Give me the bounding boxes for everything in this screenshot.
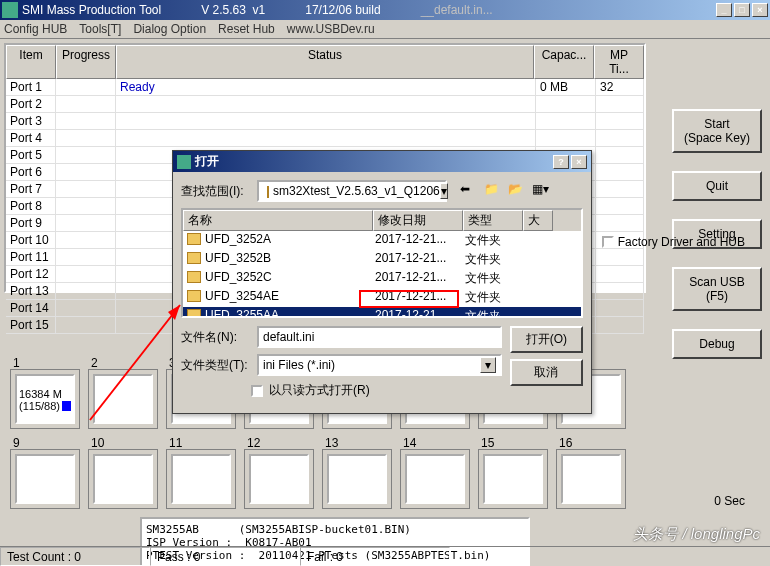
port-cell: Port 9: [6, 215, 56, 231]
slot-15[interactable]: [483, 454, 543, 504]
title-bar: SMI Mass Production Tool V 2.5.63 v1 17/…: [0, 0, 770, 20]
port-cell: Port 3: [6, 113, 56, 129]
menu-config[interactable]: Config HUB: [4, 22, 67, 36]
cancel-button[interactable]: 取消: [510, 359, 583, 386]
col-type[interactable]: 类型: [463, 210, 523, 231]
port-cell: Port 7: [6, 181, 56, 197]
slot-9[interactable]: [15, 454, 75, 504]
readonly-checkbox[interactable]: [251, 385, 263, 397]
up-folder-icon[interactable]: 📁: [483, 181, 503, 201]
file-row[interactable]: UFD_3254AE 2017-12-21... 文件夹: [183, 288, 581, 307]
filename-input[interactable]: default.ini: [257, 326, 502, 348]
port-cell: Port 5: [6, 147, 56, 163]
slot-11[interactable]: [171, 454, 231, 504]
maximize-button[interactable]: □: [734, 3, 750, 17]
status-test-count: Test Count : 0: [0, 547, 150, 566]
port-cell: Port 13: [6, 283, 56, 299]
lookin-label: 查找范围(I):: [181, 183, 251, 200]
file-list[interactable]: 名称 修改日期 类型 大 UFD_3252A 2017-12-21... 文件夹…: [181, 208, 583, 318]
port-cell: Port 10: [6, 232, 56, 248]
menu-reset[interactable]: Reset Hub: [218, 22, 275, 36]
filename-label: 文件名(N):: [181, 329, 251, 346]
port-cell: Port 6: [6, 164, 56, 180]
slot-1[interactable]: 16384 M (115/88): [15, 374, 75, 424]
filetype-label: 文件类型(T):: [181, 357, 251, 374]
close-button[interactable]: ×: [752, 3, 768, 17]
factory-checkbox[interactable]: Factory Driver and HUB: [602, 235, 745, 249]
menu-dialog[interactable]: Dialog Option: [133, 22, 206, 36]
status-bar: Test Count : 0 Pass : 0 Fail : 0: [0, 546, 770, 566]
dialog-close-button[interactable]: ×: [571, 155, 587, 169]
chevron-down-icon[interactable]: ▾: [440, 183, 448, 199]
timer-label: 0 Sec: [714, 494, 745, 508]
debug-button[interactable]: Debug: [672, 329, 762, 359]
port-cell: Port 14: [6, 300, 56, 316]
col-mpti[interactable]: MP Ti...: [594, 45, 644, 79]
status-pass: Pass : 0: [150, 547, 300, 566]
file-row[interactable]: UFD_3255AA 2017-12-21... 文件夹: [183, 307, 581, 318]
checkbox-icon[interactable]: [602, 236, 614, 248]
file-row[interactable]: UFD_3252C 2017-12-21... 文件夹: [183, 269, 581, 288]
port-cell: Port 12: [6, 266, 56, 282]
back-icon[interactable]: ⬅: [459, 181, 479, 201]
folder-icon: [187, 233, 201, 245]
readonly-label: 以只读方式打开(R): [269, 382, 370, 399]
menu-url[interactable]: www.USBDev.ru: [287, 22, 375, 36]
dialog-help-button[interactable]: ?: [553, 155, 569, 169]
folder-icon: [187, 290, 201, 302]
dialog-icon: [177, 155, 191, 169]
menu-bar: Config HUB Tools[T] Dialog Option Reset …: [0, 20, 770, 39]
scan-usb-button[interactable]: Scan USB (F5): [672, 267, 762, 311]
port-cell: Port 8: [6, 198, 56, 214]
col-size[interactable]: 大: [523, 210, 553, 231]
slot-10[interactable]: [93, 454, 153, 504]
folder-icon: [187, 309, 201, 318]
app-build: 17/12/06 build: [305, 3, 380, 17]
app-file: __default.in...: [421, 3, 493, 17]
slot-2[interactable]: [93, 374, 153, 424]
view-menu-icon[interactable]: ▦▾: [531, 181, 551, 201]
file-row[interactable]: UFD_3252B 2017-12-21... 文件夹: [183, 250, 581, 269]
folder-icon: [187, 271, 201, 283]
col-date[interactable]: 修改日期: [373, 210, 463, 231]
col-progress[interactable]: Progress: [56, 45, 116, 79]
open-dialog: 打开 ? × 查找范围(I): sm32Xtest_V2.5.63_v1_Q12…: [172, 150, 592, 414]
quit-button[interactable]: Quit: [672, 171, 762, 201]
status-fail: Fail : 0: [300, 547, 450, 566]
lookin-combo[interactable]: sm32Xtest_V2.5.63_v1_Q1206 ▾: [257, 180, 447, 202]
col-name[interactable]: 名称: [183, 210, 373, 231]
open-button[interactable]: 打开(O): [510, 326, 583, 353]
file-row[interactable]: UFD_3252A 2017-12-21... 文件夹: [183, 231, 581, 250]
menu-tools[interactable]: Tools[T]: [79, 22, 121, 36]
slot-13[interactable]: [327, 454, 387, 504]
folder-icon: [267, 186, 269, 198]
col-status[interactable]: Status: [116, 45, 534, 79]
port-cell: Port 1: [6, 79, 56, 95]
slot-14[interactable]: [405, 454, 465, 504]
folder-icon: [187, 252, 201, 264]
port-cell: Port 15: [6, 317, 56, 333]
watermark: 头条号 / longlingPc: [633, 525, 760, 544]
col-capac[interactable]: Capac...: [534, 45, 594, 79]
start-button[interactable]: Start (Space Key): [672, 109, 762, 153]
chevron-down-icon[interactable]: ▾: [480, 357, 496, 373]
new-folder-icon[interactable]: 📂: [507, 181, 527, 201]
app-icon: [2, 2, 18, 18]
slot-16[interactable]: [561, 454, 621, 504]
port-cell: Port 4: [6, 130, 56, 146]
col-item[interactable]: Item: [6, 45, 56, 79]
slot-12[interactable]: [249, 454, 309, 504]
app-title: SMI Mass Production Tool: [22, 3, 161, 17]
app-version: V 2.5.63 v1: [201, 3, 265, 17]
minimize-button[interactable]: _: [716, 3, 732, 17]
filetype-combo[interactable]: ini Files (*.ini) ▾: [257, 354, 502, 376]
dialog-title: 打开: [195, 153, 553, 170]
port-cell: Port 11: [6, 249, 56, 265]
port-cell: Port 2: [6, 96, 56, 112]
